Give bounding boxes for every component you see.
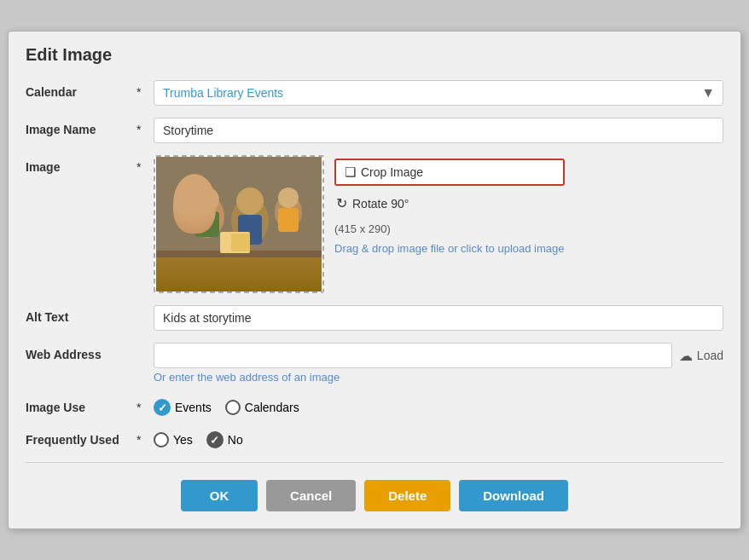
ok-button[interactable]: OK <box>181 480 258 511</box>
delete-button[interactable]: Delete <box>364 480 450 511</box>
frequently-used-group: Yes ✓ No <box>154 428 723 448</box>
no-label: No <box>228 433 243 447</box>
image-dimensions: (415 x 290) <box>334 222 565 235</box>
svg-rect-1 <box>156 251 322 292</box>
calendar-input[interactable] <box>154 80 723 106</box>
calendars-radio <box>225 400 241 415</box>
calendar-required: * <box>136 80 147 99</box>
svg-rect-12 <box>231 234 250 251</box>
svg-point-6 <box>236 188 264 215</box>
web-address-spacer <box>136 343 147 348</box>
footer-buttons: OK Cancel Delete Download <box>26 476 723 511</box>
download-button[interactable]: Download <box>459 480 568 511</box>
image-row: Image * <box>26 155 723 293</box>
calendar-wrapper: ▼ <box>154 80 723 106</box>
image-required: * <box>136 155 147 174</box>
alt-text-spacer <box>136 305 147 310</box>
web-address-input-row: ☁ Load <box>154 343 723 368</box>
calendars-label: Calendars <box>245 401 299 414</box>
frequently-used-required: * <box>136 428 147 447</box>
image-info: ❏ Crop Image ↻ Rotate 90° (415 x 290) Dr… <box>334 155 565 255</box>
web-address-control: ☁ Load Or enter the web address of an im… <box>154 343 723 384</box>
image-use-control: ✓ Events Calendars <box>154 395 723 416</box>
cloud-icon: ☁ <box>679 348 693 364</box>
rotate-icon: ↻ <box>336 195 347 211</box>
web-address-row: Web Address ☁ Load Or enter the web addr… <box>26 343 723 384</box>
image-field-label: Image <box>26 155 136 174</box>
alt-text-row: Alt Text <box>26 305 723 331</box>
frequently-used-row: Frequently Used * Yes ✓ No <box>26 428 723 448</box>
no-check: ✓ <box>206 431 224 448</box>
yes-radio <box>154 432 169 447</box>
calendar-control: ▼ <box>154 80 723 106</box>
calendar-label: Calendar <box>26 80 136 99</box>
edit-image-dialog: Edit Image Calendar * ▼ Image Name * Ima… <box>8 31 741 529</box>
web-address-hint: Or enter the web address of an image <box>154 371 723 384</box>
svg-point-3 <box>195 188 219 211</box>
image-use-required: * <box>136 395 147 414</box>
image-area: ❏ Crop Image ↻ Rotate 90° (415 x 290) Dr… <box>154 155 723 293</box>
alt-text-input[interactable] <box>154 305 723 331</box>
image-actions: ❏ Crop Image ↻ Rotate 90° <box>334 155 565 216</box>
calendar-row: Calendar * ▼ <box>26 80 723 106</box>
svg-point-9 <box>278 188 299 208</box>
crop-image-button[interactable]: ❏ Crop Image <box>334 159 565 186</box>
load-label: Load <box>697 349 723 362</box>
image-name-row: Image Name * <box>26 118 723 143</box>
crop-image-label: Crop Image <box>361 165 423 179</box>
upload-hint: Drag & drop image file or click to uploa… <box>334 242 565 255</box>
load-button[interactable]: ☁ Load <box>679 348 723 364</box>
image-preview <box>156 157 322 292</box>
web-address-label: Web Address <box>26 343 136 361</box>
web-address-input[interactable] <box>154 343 672 368</box>
events-label: Events <box>175 401 212 414</box>
yes-label: Yes <box>173 433 193 447</box>
events-check: ✓ <box>154 399 171 416</box>
frequently-used-control: Yes ✓ No <box>154 428 723 448</box>
image-control: ❏ Crop Image ↻ Rotate 90° (415 x 290) Dr… <box>154 155 723 293</box>
no-option[interactable]: ✓ No <box>206 431 243 448</box>
image-use-group: ✓ Events Calendars <box>154 395 723 416</box>
frequently-used-label: Frequently Used <box>26 428 136 447</box>
alt-text-control <box>154 305 723 331</box>
image-upload-box[interactable] <box>154 155 324 293</box>
crop-icon: ❏ <box>345 165 356 180</box>
svg-rect-10 <box>278 208 299 232</box>
image-box-inner[interactable] <box>154 155 324 293</box>
rotate-button[interactable]: ↻ Rotate 90° <box>334 191 565 216</box>
image-svg <box>156 157 322 292</box>
image-name-required: * <box>136 118 147 136</box>
image-name-input[interactable] <box>154 118 723 143</box>
image-use-label: Image Use <box>26 395 136 414</box>
svg-rect-4 <box>195 211 219 237</box>
image-name-control <box>154 118 723 143</box>
cancel-button[interactable]: Cancel <box>266 480 356 511</box>
dialog-title: Edit Image <box>26 45 723 65</box>
calendars-option[interactable]: Calendars <box>225 400 299 415</box>
yes-option[interactable]: Yes <box>154 432 193 447</box>
image-use-row: Image Use * ✓ Events Calendars <box>26 395 723 416</box>
footer-divider <box>26 462 723 463</box>
image-name-label: Image Name <box>26 118 136 136</box>
events-option[interactable]: ✓ Events <box>154 399 212 416</box>
rotate-label: Rotate 90° <box>352 197 409 211</box>
alt-text-label: Alt Text <box>26 305 136 324</box>
